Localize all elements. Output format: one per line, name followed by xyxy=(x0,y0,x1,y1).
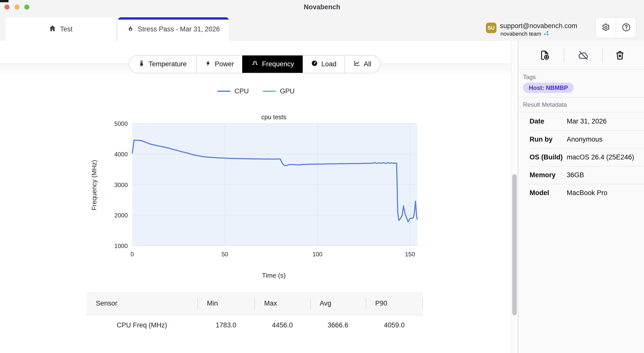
cpu-legend-swatch xyxy=(217,91,230,92)
svg-text:100: 100 xyxy=(312,251,323,258)
column-divider xyxy=(254,298,255,309)
tag-host[interactable]: Host: NBMBP xyxy=(523,83,574,93)
svg-text:2000: 2000 xyxy=(114,212,128,219)
gpu-legend-swatch xyxy=(263,91,276,92)
file-plus-icon xyxy=(539,50,550,62)
segment-all[interactable]: All xyxy=(345,55,380,73)
metadata-row-memory: Memory 36GB xyxy=(530,166,644,184)
cell-sensor: CPU Freq (MHz) xyxy=(86,321,198,329)
cell-p90: 4059.0 xyxy=(366,321,423,329)
svg-text:3000: 3000 xyxy=(114,182,128,188)
metadata-row-date: Date Mar 31, 2026 xyxy=(530,112,644,130)
metric-segmented-control: Temperature Power Frequency Load All xyxy=(129,55,380,73)
metadata-value: macOS 26.4 (25E246) xyxy=(567,153,634,161)
tags-section-label: Tags xyxy=(523,74,536,81)
settings-button[interactable] xyxy=(596,18,616,38)
help-button[interactable] xyxy=(616,18,636,38)
legend-item-cpu[interactable]: CPU xyxy=(217,87,249,95)
square-wave-icon xyxy=(251,60,259,69)
column-divider xyxy=(366,298,366,309)
column-divider xyxy=(310,298,311,309)
segment-load[interactable]: Load xyxy=(303,55,344,73)
frequency-chart[interactable]: 10002000300040005000050100150 xyxy=(105,121,427,271)
cloud-off-icon xyxy=(577,49,589,62)
flame-icon xyxy=(127,25,134,34)
vertical-scrollbar-thumb[interactable] xyxy=(512,174,517,315)
gear-icon xyxy=(601,23,611,33)
metadata-row-run-by: Run by Anonymous xyxy=(530,130,644,148)
gauge-icon xyxy=(311,60,318,68)
x-axis-title: Time (s) xyxy=(236,272,311,279)
legend-label: CPU xyxy=(234,87,249,95)
segment-frequency[interactable]: Frequency xyxy=(242,55,303,73)
metadata-label: Model xyxy=(530,189,567,197)
metadata-value: Mar 31, 2026 xyxy=(567,117,607,125)
metadata-section-label: Result Metadata xyxy=(523,101,567,108)
toolbar-divider xyxy=(564,48,564,63)
cell-max: 4456.0 xyxy=(254,321,310,329)
cell-avg: 3666.6 xyxy=(310,321,366,329)
column-divider xyxy=(422,298,423,309)
svg-text:0: 0 xyxy=(131,251,134,258)
tab-label: Stress Pass - Mar 31, 2026 xyxy=(138,25,220,33)
tab-test[interactable]: Test xyxy=(6,17,115,41)
column-header-avg: Avg xyxy=(310,292,366,315)
trash-x-icon xyxy=(614,50,625,62)
column-header-sensor: Sensor xyxy=(86,292,198,315)
tab-stress-pass[interactable]: Stress Pass - Mar 31, 2026 xyxy=(118,17,229,41)
avatar[interactable]: SU xyxy=(486,23,496,33)
svg-text:5000: 5000 xyxy=(114,121,128,127)
metadata-label: OS (Build) xyxy=(530,153,567,161)
column-header-min: Min xyxy=(198,292,255,315)
account-team: novabench team xyxy=(500,30,549,37)
cloud-sync-off-button[interactable] xyxy=(577,49,590,62)
column-header-max: Max xyxy=(254,292,310,315)
home-icon xyxy=(49,25,56,34)
sensor-stats-table: Sensor Min Max Avg P90 CPU Freq (MHz) 17… xyxy=(86,292,423,335)
delete-result-button[interactable] xyxy=(613,49,626,62)
metadata-row-os: OS (Build) macOS 26.4 (25E246) xyxy=(530,148,644,166)
table-header-row: Sensor Min Max Avg P90 xyxy=(86,292,423,315)
segment-temperature[interactable]: Temperature xyxy=(129,55,196,73)
metadata-value: 36GB xyxy=(567,171,584,179)
cell-min: 1783.0 xyxy=(198,321,255,329)
chart-title: cpu tests xyxy=(224,113,324,121)
tab-label: Test xyxy=(60,25,73,33)
segment-label: Temperature xyxy=(149,60,187,68)
metadata-value: Anonymous xyxy=(567,136,603,143)
table-row: CPU Freq (MHz) 1783.0 4456.0 3666.6 4059… xyxy=(86,315,423,335)
segment-label: All xyxy=(364,60,371,68)
screen-artifact xyxy=(0,0,9,2)
legend-item-gpu[interactable]: GPU xyxy=(263,87,295,95)
svg-text:50: 50 xyxy=(221,251,228,258)
details-sidebar: Tags Host: NBMBP Result Metadata Date Ma… xyxy=(518,41,644,353)
chart-legend: CPU GPU xyxy=(191,87,321,95)
column-header-p90: P90 xyxy=(366,292,423,315)
segment-label: Load xyxy=(321,60,336,68)
toolbar-divider xyxy=(602,48,603,63)
window-title: Novabench xyxy=(0,3,644,11)
metadata-label: Run by xyxy=(530,136,567,143)
metadata-value: MacBook Pro xyxy=(567,189,607,197)
sidebar-toolbar xyxy=(519,41,644,70)
active-tab-indicator xyxy=(118,17,229,20)
sidebar-divider xyxy=(519,97,644,98)
column-divider xyxy=(198,298,198,309)
y-axis-title: Frequency (MHz) xyxy=(90,148,98,223)
bolt-icon xyxy=(205,60,211,68)
svg-text:1000: 1000 xyxy=(114,243,128,249)
segment-label: Power xyxy=(215,60,234,68)
segment-label: Frequency xyxy=(262,60,294,68)
novabench-logo-icon xyxy=(543,30,549,37)
thermometer-icon xyxy=(139,60,145,68)
segment-power[interactable]: Power xyxy=(196,55,242,73)
chart-line-icon xyxy=(354,60,360,68)
metadata-label: Memory xyxy=(530,171,567,179)
metadata-row-model: Model MacBook Pro xyxy=(530,184,644,202)
account-team-label: novabench team xyxy=(500,31,541,37)
export-result-button[interactable] xyxy=(538,49,551,62)
header-button-group xyxy=(595,17,636,38)
help-icon xyxy=(621,23,631,33)
svg-text:150: 150 xyxy=(405,251,415,258)
account-email: support@novabench.com xyxy=(500,22,577,30)
